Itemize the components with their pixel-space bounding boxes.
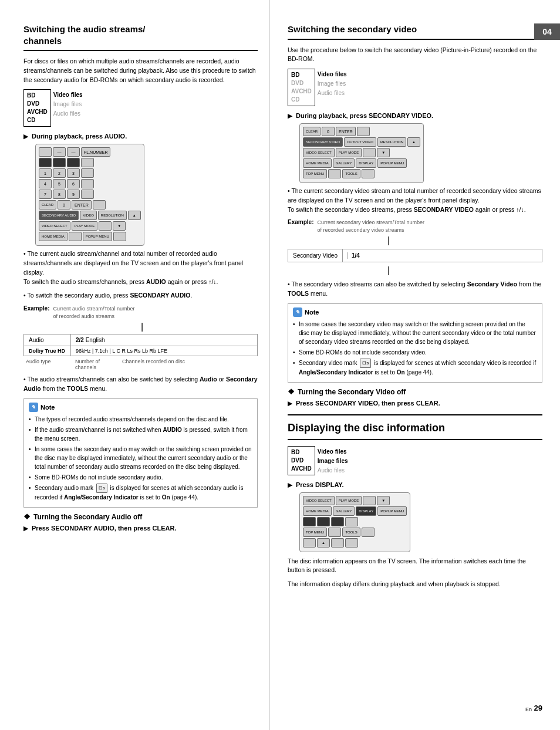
btn-8: 8 (53, 190, 66, 199)
btn-video-select: VIDEO SELECT (39, 221, 70, 231)
btn-placeholder5 (39, 158, 52, 167)
sfile-image: Image files (318, 79, 347, 89)
display-step1-text: Press DISPLAY. (296, 481, 344, 488)
btn-placeholder7 (67, 158, 80, 167)
diag-channels: 96kHz | 7.1ch | L C R Ls Rs Lb Rb LFE (71, 346, 257, 356)
secondary-bullet2: • The secondary video streams can also b… (288, 280, 542, 299)
display-media-files: Video files Image files Audio files (318, 446, 348, 475)
rbtn-output: OUTPUT VIDEO (344, 137, 376, 147)
step1-text: During playback, press AUDIO. (32, 133, 127, 140)
page-number: 29 (534, 704, 542, 712)
sec-diag-arrow2: | (387, 266, 542, 275)
dbtn-empty (363, 496, 376, 505)
dmedia-avchd: AVCHD (291, 465, 312, 473)
diag-arrow-down: | (141, 322, 258, 332)
sec-diagram-wrapper: | Secondary Video 1/4 | (288, 236, 542, 275)
audio-divider (23, 50, 258, 51)
display-desc1: The disc information appears on the TV s… (288, 557, 542, 576)
example-label: Example: (23, 305, 49, 312)
rbtn-play-mode2: PLAY MODE (336, 148, 362, 157)
note-item-5: Secondary audio mark ⊡s is displayed for… (29, 484, 252, 502)
btn-placeholder2: — (53, 147, 66, 157)
dfile-image: Image files (318, 457, 348, 466)
note-title-text: Note (41, 404, 55, 411)
btn-placeholder4: FL.NUMBER (81, 147, 110, 157)
secondary-bullet1: • The current secondary video stream and… (288, 187, 542, 214)
diag-dolby: Dolby True HD (24, 346, 71, 356)
dbtn-empty2 (345, 517, 358, 526)
example-desc: Current audio stream/Total numberof reco… (53, 305, 134, 320)
btn-empty3 (81, 190, 94, 199)
secondary-media-icons: BD DVD AVCHD CD Video files Image files … (288, 69, 542, 106)
audio-section-title: Switching the audio streams/ channels (23, 23, 258, 46)
dbtn-b2 (317, 517, 330, 526)
secondary-video-divider (288, 39, 542, 40)
btn-1: 1 (39, 168, 52, 178)
sec-note-item-2: Some BD-ROMs do not include secondary vi… (293, 348, 537, 357)
audio-diagram: | Audio 2/2 English Dolby True HD 96kHz … (23, 322, 258, 370)
note-item-1: The types of recorded audio streams/chan… (29, 415, 252, 424)
diag-bottom-row: Dolby True HD 96kHz | 7.1ch | L C R Ls R… (24, 346, 257, 356)
btn-0: 0 (58, 200, 70, 209)
dbtn-empty5 (303, 538, 316, 548)
file-image: Image files (53, 100, 83, 109)
btn-popup: POPUP MENU (83, 232, 112, 241)
btn-video: VIDEO (80, 211, 97, 220)
diag-sub-labels: Audio type Number of channels Channels r… (23, 359, 258, 370)
rbtn-tools: TOOLS (342, 169, 360, 178)
dbtn-popup: POPUP MENU (377, 506, 407, 516)
note-item-3: In some cases the secondary audio may sw… (29, 445, 252, 471)
turn-off-audio-title: Turning the Secondary Audio off (33, 513, 142, 521)
dbtn-gallery: GALLERY (333, 506, 355, 516)
secondary-media-files: Video files Image files Audio files (318, 69, 347, 98)
sec-step1-text: During playback, press SECONDARY VIDEO. (296, 112, 433, 119)
display-section-divider (288, 414, 542, 415)
display-desc2: The information display differs during p… (288, 580, 542, 589)
diamond-icon2: ❖ (288, 387, 295, 396)
dbtn-video-select: VIDEO SELECT (303, 496, 335, 505)
display-divider (288, 439, 542, 440)
display-step1-arrow: ▶ (288, 481, 292, 489)
btn-empty6 (69, 232, 82, 241)
audio-remote-container: — — FL.NUMBER 1 2 3 4 (35, 144, 258, 246)
note-item-4: Some BD-ROMs do not include secondary au… (29, 473, 252, 482)
sub-channels-disc: Channels recorded on disc (122, 359, 185, 370)
btn-resolution: RESOLUTION (98, 211, 127, 220)
btn-home-media: HOME MEDIA (39, 232, 68, 241)
btn-up: ▲ (128, 211, 141, 220)
display-media-box: BD DVD AVCHD (288, 446, 315, 475)
rbtn-top-menu: TOP MENU (303, 169, 327, 178)
media-avchd: AVCHD (27, 108, 48, 116)
audio-media-box: BD DVD AVCHD CD (23, 89, 51, 127)
sv-value: 1/4 (348, 252, 360, 259)
rbtn-down: ▼ (377, 148, 390, 157)
secondary-video-title: Switching the secondary video (288, 23, 542, 35)
rbtn-popup2: POPUP MENU (377, 158, 407, 168)
dbtn-up2: ▲ (317, 538, 330, 548)
note-icon: ✎ (29, 403, 38, 412)
btn-placeholder1 (39, 147, 52, 157)
sv-content: 1/4 (343, 249, 542, 262)
turn-off-video-text: Press SECONDARY VIDEO, then press CLEAR. (296, 400, 440, 407)
smedia-dvd: DVD (291, 79, 312, 87)
dmedia-bd: BD (291, 448, 312, 457)
display-section-title: Displaying the disc information (288, 421, 542, 435)
dbtn-empty4 (362, 528, 375, 537)
secondary-remote-container: CLEAR 0 ENTER SECONDARY VIDEO OUTPUT VID… (299, 123, 542, 183)
audio-media-files: Video files Image files Audio files (53, 89, 83, 119)
audio-intro: For discs or files on which multiple aud… (23, 57, 258, 85)
btn-down: ▼ (113, 221, 126, 231)
audio-bullet2: • To switch the secondary audio, press S… (23, 291, 258, 300)
sec-note-icon: ✎ (293, 307, 302, 317)
sfile-audio: Audio files (318, 89, 347, 98)
note-item-2: If the audio stream/channel is not switc… (29, 425, 252, 443)
secondary-remote: CLEAR 0 ENTER SECONDARY VIDEO OUTPUT VID… (299, 123, 424, 183)
display-remote-container: VIDEO SELECT PLAY MODE ▼ HOME MEDIA GALL… (299, 492, 542, 552)
dbtn-b3 (331, 517, 344, 526)
secondary-step1: ▶ During playback, press SECONDARY VIDEO… (288, 112, 542, 120)
audio-note-title: ✎ Note (29, 403, 252, 412)
diag-audio-label: Audio (24, 334, 71, 346)
turn-off-audio-heading: ❖ Turning the Secondary Audio off (23, 512, 258, 521)
rbtn-empty3 (328, 169, 341, 178)
media-cd: CD (27, 116, 48, 124)
